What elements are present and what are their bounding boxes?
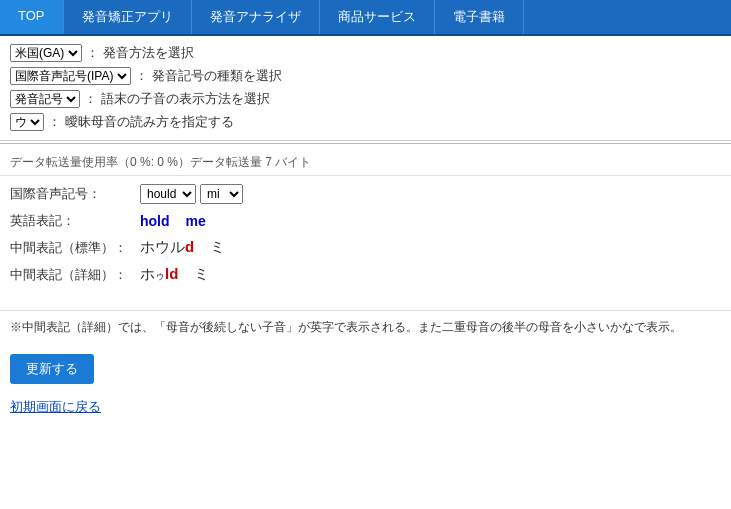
- english-value: hold me: [140, 213, 206, 229]
- symbol-select[interactable]: 発音記号: [10, 90, 80, 108]
- middle-det-value: ホゥld ミ: [140, 265, 209, 284]
- vowel-desc: ： 曖昧母音の読み方を指定する: [48, 113, 234, 131]
- middle-det-row: 中間表記（詳細）： ホゥld ミ: [10, 265, 721, 284]
- middle-det-word2: ミ: [194, 265, 209, 284]
- ipa-type-desc: ： 発音記号の種類を選択: [135, 67, 282, 85]
- symbol-desc: ： 語末の子音の表示方法を選択: [84, 90, 270, 108]
- nav-item-ebooks[interactable]: 電子書籍: [435, 0, 524, 34]
- nav-bar: TOP 発音矯正アプリ 発音アナライザ 商品サービス 電子書籍: [0, 0, 731, 36]
- ipa-result-label: 国際音声記号：: [10, 185, 140, 203]
- ipa-result-row: 国際音声記号： hould hold mi me: [10, 184, 721, 204]
- middle-std-word1: ホウルd: [140, 238, 194, 257]
- small-kana-u: ゥ: [155, 270, 165, 281]
- english-result-label: 英語表記：: [10, 212, 140, 230]
- english-word1: hold: [140, 213, 170, 229]
- back-link-area: 初期画面に戻る: [0, 394, 731, 426]
- note-area: ※中間表記（詳細）では、「母音が後続しない子音」が英字で表示される。また二重母音…: [0, 310, 731, 344]
- data-info: データ転送量使用率（0 %: 0 %）データ転送量 7 バイト: [0, 148, 731, 176]
- middle-std-row: 中間表記（標準）： ホウルd ミ: [10, 238, 721, 257]
- back-link[interactable]: 初期画面に戻る: [10, 399, 101, 414]
- english-word2: me: [186, 213, 206, 229]
- main-area: 国際音声記号： hould hold mi me 英語表記： hold me 中…: [0, 176, 731, 300]
- vowel-setting-row: ウ ： 曖昧母音の読み方を指定する: [10, 113, 721, 131]
- region-setting-row: 米国(GA) ： 発音方法を選択: [10, 44, 721, 62]
- nav-item-analyzer[interactable]: 発音アナライザ: [192, 0, 320, 34]
- middle-std-value: ホウルd ミ: [140, 238, 225, 257]
- update-button[interactable]: 更新する: [10, 354, 94, 384]
- nav-item-correction-app[interactable]: 発音矯正アプリ: [64, 0, 192, 34]
- english-result-row: 英語表記： hold me: [10, 212, 721, 230]
- middle-std-label: 中間表記（標準）：: [10, 239, 140, 257]
- symbol-setting-row: 発音記号 ： 語末の子音の表示方法を選択: [10, 90, 721, 108]
- nav-item-products[interactable]: 商品サービス: [320, 0, 435, 34]
- ipa-word2-select[interactable]: mi me: [200, 184, 243, 204]
- settings-area: 米国(GA) ： 発音方法を選択 国際音声記号(IPA) ： 発音記号の種類を選…: [0, 36, 731, 141]
- middle-det-label: 中間表記（詳細）：: [10, 266, 140, 284]
- section-divider: [0, 143, 731, 144]
- ipa-type-select[interactable]: 国際音声記号(IPA): [10, 67, 131, 85]
- nav-item-top[interactable]: TOP: [0, 0, 64, 34]
- ipa-word1-select[interactable]: hould hold: [140, 184, 196, 204]
- ipa-selects: hould hold mi me: [140, 184, 243, 204]
- region-desc: ： 発音方法を選択: [86, 44, 194, 62]
- middle-det-roman1: ld: [165, 265, 178, 282]
- region-select[interactable]: 米国(GA): [10, 44, 82, 62]
- data-info-text: データ転送量使用率（0 %: 0 %）データ転送量 7 バイト: [10, 155, 311, 169]
- middle-std-word2: ミ: [210, 238, 225, 257]
- middle-std-roman1: d: [185, 238, 194, 255]
- ipa-setting-row: 国際音声記号(IPA) ： 発音記号の種類を選択: [10, 67, 721, 85]
- note-text: ※中間表記（詳細）では、「母音が後続しない子音」が英字で表示される。また二重母音…: [10, 320, 682, 334]
- vowel-select[interactable]: ウ: [10, 113, 44, 131]
- middle-det-word1: ホゥld: [140, 265, 178, 284]
- button-area: 更新する: [0, 344, 731, 394]
